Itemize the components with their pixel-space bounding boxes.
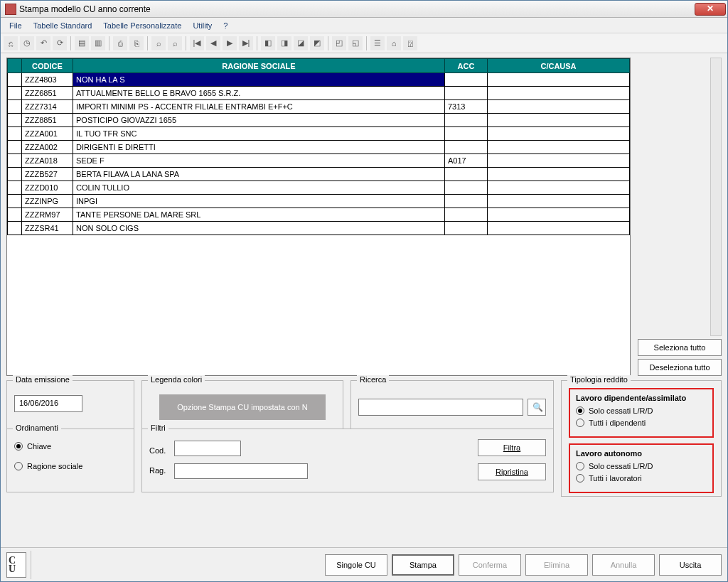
table-row[interactable]: ZZZINPGINPGI (8, 195, 630, 208)
toolbar-button[interactable]: ▶| (239, 36, 253, 50)
legenda-colori-button[interactable]: Opzione Stampa CU impostata con N (159, 394, 326, 420)
toolbar-button[interactable]: ⎙ (113, 36, 127, 50)
toolbar-button[interactable]: ◱ (348, 36, 363, 50)
table-row[interactable]: ZZZB527BERTA FILAVA LA LANA SPA (8, 168, 630, 181)
toolbar-button[interactable]: ◩ (310, 36, 324, 50)
cell-ragione: INPGI (73, 195, 445, 208)
scrollbar-vertical[interactable] (710, 58, 722, 336)
radio-autonomo-tutti[interactable]: Tutti i lavoratori (576, 474, 707, 483)
singole-cu-button[interactable]: Singole CU (325, 554, 387, 576)
toolbar-button[interactable]: ☰ (370, 36, 385, 50)
data-grid[interactable]: CODICE RAGIONE SOCIALE ACC C/CAUSA ZZZ48… (6, 58, 631, 376)
cell-causa (488, 73, 630, 87)
ricerca-button[interactable]: 🔍 (528, 399, 546, 416)
cell-causa (488, 168, 630, 181)
table-row[interactable]: ZZZ6851ATTUALMENTE BELLO E BRAVO 1655 S.… (8, 87, 630, 100)
cell-acc (445, 222, 488, 235)
cell-acc: A017 (445, 154, 488, 168)
radio-ordinamenti-ragione[interactable]: Ragione sociale (14, 462, 127, 470)
select-all-button[interactable]: Seleziona tutto (638, 339, 722, 356)
toolbar-button[interactable]: ◨ (277, 36, 291, 50)
row-selector-cell[interactable] (8, 208, 22, 222)
grid-side-panel: Seleziona tutto Deseleziona tutto (638, 58, 722, 376)
row-selector-cell[interactable] (8, 141, 22, 154)
cell-codice: ZZZ6851 (22, 87, 73, 100)
table-row[interactable]: ZZZA001IL TUO TFR SNC (8, 127, 630, 141)
row-selector-cell[interactable] (8, 195, 22, 208)
filtri-panel: Filtri Cod. Rag. Filtra Ripristina (141, 429, 554, 492)
grid-header-codice[interactable]: CODICE (22, 59, 73, 73)
window-title: Stampa modello CU anno corrente (19, 4, 695, 14)
menu-utility[interactable]: Utility (187, 19, 218, 32)
filtra-button[interactable]: Filtra (478, 439, 546, 456)
row-selector-cell[interactable] (8, 100, 22, 114)
filtri-rag-input[interactable] (174, 463, 308, 479)
filtri-cod-input[interactable] (174, 441, 241, 456)
ricerca-input[interactable] (358, 399, 523, 416)
uscita-button[interactable]: Uscita (659, 554, 722, 576)
cell-causa (488, 195, 630, 208)
row-selector-cell[interactable] (8, 114, 22, 127)
toolbar-button[interactable]: |◀ (190, 36, 204, 50)
toolbar-button[interactable]: ⍰ (403, 36, 417, 50)
row-selector-cell[interactable] (8, 127, 22, 141)
cell-codice: ZZZB527 (22, 168, 73, 181)
toolbar-button[interactable]: ▤ (75, 36, 89, 50)
row-selector-cell[interactable] (8, 154, 22, 168)
toolbar-separator (257, 36, 257, 50)
toolbar-button[interactable]: ⌕ (168, 36, 182, 50)
radio-autonomo-cessati[interactable]: Solo cessati L/R/D (576, 462, 707, 470)
toolbar-button[interactable]: ▥ (91, 36, 105, 50)
ordinamenti-panel: Ordinamenti Chiave Ragione sociale (6, 429, 134, 492)
grid-header-causa[interactable]: C/CAUSA (488, 59, 630, 73)
menu-tabelle-personalizzate[interactable]: Tabelle Personalizzate (97, 19, 187, 32)
data-emissione-input[interactable]: 16/06/2016 (14, 395, 82, 412)
stampa-button[interactable]: Stampa (392, 554, 454, 576)
toolbar-button[interactable]: ↶ (36, 36, 50, 50)
table-row[interactable]: ZZZD010COLIN TULLIO (8, 181, 630, 195)
divider (31, 551, 31, 579)
cell-acc (445, 141, 488, 154)
row-selector-cell[interactable] (8, 168, 22, 181)
radio-ordinamenti-chiave[interactable]: Chiave (14, 442, 127, 451)
menu-help[interactable]: ? (218, 19, 233, 32)
table-row[interactable]: ZZZ8851POSTICIPO GIOVAZZI 1655 (8, 114, 630, 127)
deselect-all-button[interactable]: Deseleziona tutto (638, 359, 722, 376)
toolbar-button[interactable]: ◷ (20, 36, 34, 50)
cell-codice: ZZZA002 (22, 141, 73, 154)
row-selector-cell[interactable] (8, 222, 22, 235)
toolbar-button[interactable]: ◧ (261, 36, 275, 50)
cell-acc (445, 195, 488, 208)
toolbar-button[interactable]: ⎘ (129, 36, 144, 50)
table-row[interactable]: ZZZA018SEDE FA017 (8, 154, 630, 168)
table-row[interactable]: ZZZA002DIRIGENTI E DIRETTI (8, 141, 630, 154)
row-selector-cell[interactable] (8, 87, 22, 100)
toolbar-button[interactable]: ⟳ (53, 36, 67, 50)
table-row[interactable]: ZZZ4803NON HA LA S (8, 73, 630, 87)
toolbar-button[interactable]: ⌕ (151, 36, 166, 50)
row-selector-cell[interactable] (8, 181, 22, 195)
grid-header-acc[interactable]: ACC (445, 59, 488, 73)
toolbar-button[interactable]: ◰ (332, 36, 346, 50)
menu-file[interactable]: File (4, 19, 28, 32)
row-selector-cell[interactable] (8, 73, 22, 87)
table-row[interactable]: ZZZSR41NON SOLO CIGS (8, 222, 630, 235)
cell-codice: ZZZ8851 (22, 114, 73, 127)
radio-dipendente-tutti[interactable]: Tutti i dipendenti (576, 419, 707, 427)
toolbar-button[interactable]: ◀ (206, 36, 220, 50)
toolbar-button[interactable]: ▶ (223, 36, 237, 50)
grid-header-ragione[interactable]: RAGIONE SOCIALE (73, 59, 445, 73)
table-row[interactable]: ZZZ7314IMPORTI MINIMI PS - ACCENTR FILIA… (8, 100, 630, 114)
tipologia-dipendente-box: Lavoro dipendente/assimilato Solo cessat… (569, 388, 714, 438)
table-row[interactable]: ZZZRM97TANTE PERSONE DAL MARE SRL (8, 208, 630, 222)
toolbar-button[interactable]: ⎌ (4, 36, 18, 50)
close-button[interactable]: ✕ (695, 3, 726, 16)
elimina-button: Elimina (525, 554, 588, 576)
menu-tabelle-standard[interactable]: Tabelle Standard (28, 19, 98, 32)
toolbar-button[interactable]: ⌂ (387, 36, 401, 50)
cell-causa (488, 141, 630, 154)
ripristina-button[interactable]: Ripristina (478, 463, 546, 480)
ricerca-legend: Ricerca (357, 375, 389, 384)
radio-dipendente-cessati[interactable]: Solo cessati L/R/D (576, 406, 707, 415)
toolbar-button[interactable]: ◪ (294, 36, 308, 50)
